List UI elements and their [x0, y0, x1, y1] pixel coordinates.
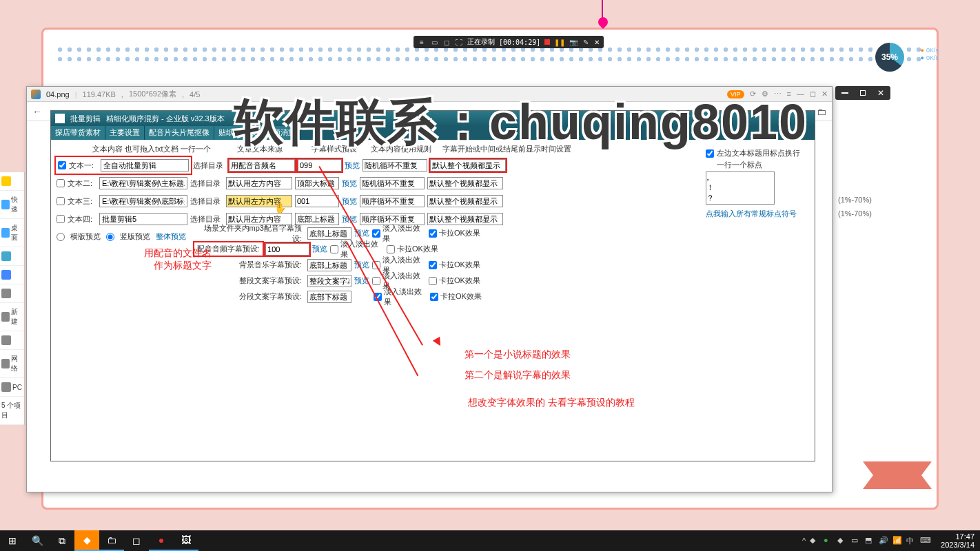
system-tray[interactable]: ^ ◆ ● ◆ ▭ ⬒ 🔊 📶 中 ⌨ [797, 536, 935, 545]
recorder-icon[interactable]: ● [149, 530, 174, 551]
keyboard-icon[interactable]: ⌨ [920, 536, 930, 545]
maximize-icon[interactable] [860, 90, 866, 96]
viewer-dimensions: 1500*692像素 [129, 89, 176, 99]
tray-icon[interactable]: ▭ [851, 536, 861, 545]
choose-dir-button[interactable]: 选择目录 [190, 178, 223, 189]
text1-input[interactable] [101, 159, 189, 171]
taskbar-app[interactable]: ◆ [74, 530, 99, 551]
text3-preset-select[interactable]: 001 [295, 195, 339, 207]
monitor-icon[interactable]: ▭ [430, 38, 438, 46]
tray-icon[interactable]: ◆ [810, 536, 819, 545]
task-view-button[interactable]: ⧉ [50, 530, 74, 551]
full-text-preset-select[interactable]: 整段文案字幕 [307, 275, 351, 287]
tab-voiceover[interactable]: 配音片头片尾抠像 [145, 126, 214, 140]
menu-icon[interactable]: ≡ [418, 38, 426, 46]
search-button[interactable]: 🔍 [25, 530, 50, 551]
list-item[interactable]: PC [0, 378, 24, 397]
preview-link[interactable]: 预览 [342, 178, 357, 189]
list-item[interactable] [0, 266, 24, 284]
stop-icon[interactable] [544, 39, 550, 45]
text1-checkbox[interactable] [58, 161, 66, 169]
tray-icon[interactable]: ◆ [837, 536, 847, 545]
chevron-up-icon[interactable]: ^ [802, 537, 806, 545]
viewer-filesize: 119.47KB [83, 90, 116, 98]
karaoke-checkbox[interactable] [430, 293, 438, 301]
close-icon[interactable]: ✕ [877, 88, 884, 98]
viewer-icon[interactable]: 🖼 [174, 530, 198, 551]
karaoke-checkbox[interactable] [387, 245, 395, 253]
tab-main-settings[interactable]: 主要设置 [105, 126, 145, 140]
sidebar-footer: 5 个项目 [0, 397, 24, 425]
text2-rule-select[interactable]: 随机循环不重复 [360, 177, 425, 189]
karaoke-checkbox[interactable] [429, 261, 437, 269]
network-icon[interactable]: 📶 [892, 536, 902, 545]
horizontal-preview-radio[interactable] [57, 233, 65, 241]
explorer-icon[interactable]: 🗀 [99, 530, 124, 551]
preview-link[interactable]: 预览 [345, 160, 360, 171]
pencil-icon[interactable]: ✎ [582, 38, 590, 46]
list-item[interactable] [0, 172, 24, 191]
folder-icon[interactable]: 🗀 [817, 106, 826, 117]
cpu-gauge: 35% [875, 43, 904, 72]
text1-timing-select[interactable]: 默认整个视频都显示 [430, 159, 506, 171]
close-icon[interactable]: ✕ [821, 90, 828, 98]
back-icon[interactable]: ← [32, 106, 42, 117]
text4-input[interactable] [99, 213, 187, 225]
taskbar-clock[interactable]: 17:47 2023/3/14 [935, 532, 980, 549]
tray-icon[interactable]: ● [824, 536, 833, 545]
fade-checkbox[interactable] [330, 245, 338, 253]
background-panel: (1%-70%) (1%-70%) [835, 193, 980, 220]
full-text-preset-label: 整段文案字幕预设: [194, 276, 305, 286]
text3-timing-select[interactable]: 默认整个视频都显示 [427, 195, 503, 207]
list-item[interactable]: 网络 [0, 350, 24, 378]
text2-timing-select[interactable]: 默认整个视频都显示 [427, 177, 503, 189]
camera-icon[interactable]: 📷 [569, 38, 578, 46]
punctuation-panel: 左边文本标题用标点换行 一行一个标点 。 ！ ？ ? 点我输入所有常规标点符号 [706, 148, 808, 219]
karaoke-checkbox[interactable] [429, 229, 437, 238]
tab-material[interactable]: 探店带货素材 [51, 126, 105, 140]
fade-checkbox[interactable] [372, 277, 380, 285]
mp3-preset-select[interactable]: 底部上标题 [307, 227, 351, 240]
text3-rule-select[interactable]: 顺序循环不重复 [360, 195, 425, 207]
minimize-icon[interactable] [841, 92, 848, 94]
text3-checkbox[interactable] [57, 197, 65, 205]
window-icon[interactable]: ◻ [442, 38, 451, 46]
viewer-filename: 04.png [46, 90, 70, 98]
taskbar-app[interactable]: ◻ [124, 530, 149, 551]
list-item[interactable] [0, 247, 24, 266]
crop-icon[interactable]: ⛶ [455, 38, 463, 46]
text2-input[interactable] [99, 177, 187, 189]
segment-preset-select[interactable]: 底部下标题 [307, 291, 351, 303]
preview-link[interactable]: 预览 [342, 196, 357, 207]
text2-source-select[interactable]: 默认用左方内容 [226, 177, 292, 189]
audio-preset-select[interactable]: 100 [265, 243, 309, 256]
start-button[interactable]: ⊞ [0, 530, 25, 551]
list-item[interactable]: 快速 [0, 191, 24, 219]
list-item[interactable]: 新建 [0, 303, 24, 331]
volume-icon[interactable]: 🔊 [879, 536, 888, 545]
text4-timing-select[interactable]: 默认整个视频都显示 [427, 213, 503, 225]
full-preview-link[interactable]: 整体预览 [156, 231, 186, 242]
pause-icon[interactable]: ❚❚ [554, 39, 565, 46]
punctuation-textarea[interactable]: 。 ！ ？ ? [706, 171, 775, 205]
text1-source-select[interactable]: 用配音音频名 [229, 159, 295, 171]
choose-dir-button[interactable]: 选择目录 [193, 160, 226, 171]
preview-link[interactable]: 预览 [312, 244, 327, 254]
ime-icon[interactable]: 中 [906, 536, 916, 545]
text3-input[interactable] [99, 195, 187, 207]
bgm-preset-select[interactable]: 底部上标题 [307, 259, 351, 271]
choose-dir-button[interactable]: 选择目录 [190, 196, 223, 207]
karaoke-checkbox[interactable] [429, 277, 437, 285]
list-item[interactable]: 桌面 [0, 219, 24, 247]
tray-icon[interactable]: ⬒ [865, 536, 875, 545]
list-item[interactable] [0, 331, 24, 350]
text4-checkbox[interactable] [57, 215, 65, 223]
list-item[interactable] [0, 284, 24, 303]
vertical-preview-radio[interactable] [106, 233, 114, 241]
text1-rule-select[interactable]: 随机循环不重复 [363, 159, 427, 171]
insert-punctuation-link[interactable]: 点我输入所有常规标点符号 [706, 209, 808, 219]
fade-checkbox[interactable] [372, 229, 380, 238]
close-icon[interactable]: ✕ [594, 39, 600, 46]
maximize-icon[interactable]: ◻ [810, 90, 816, 98]
text2-checkbox[interactable] [57, 179, 65, 187]
